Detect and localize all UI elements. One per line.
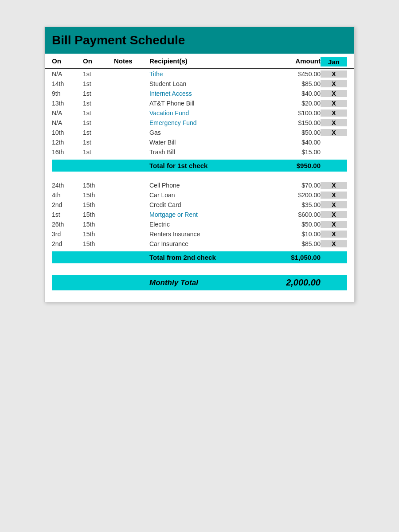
- cell-col5: $85.00: [263, 240, 321, 247]
- table-row: 2nd15thCredit Card$35.00X: [52, 200, 347, 210]
- cell-col6: X: [321, 90, 347, 97]
- cell-col2: 1st: [83, 119, 114, 126]
- cell-col2: 1st: [83, 139, 114, 146]
- cell-col4: AT&T Phone Bill: [149, 100, 263, 107]
- cell-col2: 15th: [83, 240, 114, 247]
- cell-col2: 15th: [83, 182, 114, 189]
- table-row: 2nd15thCar Insurance$85.00X: [52, 239, 347, 249]
- cell-col2: 1st: [83, 90, 114, 97]
- cell-col1: 26th: [52, 221, 83, 228]
- table-row: 10th1stGas$50.00X: [52, 128, 347, 137]
- cell-col6: X: [321, 221, 347, 228]
- section1: N/A1stTithe$450.00X14th1stStudent Loan$8…: [45, 69, 354, 157]
- table-row: 12th1stWater Bill$40.00: [52, 137, 347, 147]
- cell-col1: 13th: [52, 100, 83, 107]
- cell-col5: $600.00: [263, 211, 321, 218]
- total-amount: $1,050.00: [263, 254, 321, 261]
- cell-col2: 15th: [83, 231, 114, 238]
- cell-col2: 1st: [83, 80, 114, 87]
- page-title: Bill Payment Schedule: [52, 33, 347, 47]
- cell-col4: Car Loan: [149, 192, 263, 199]
- cell-col5: $85.00: [263, 80, 321, 87]
- cell-col4: Mortgage or Rent: [149, 211, 263, 218]
- table-row: 9th1stInternet Access$40.00X: [52, 89, 347, 98]
- section2: 24th15thCell Phone$70.00X4th15thCar Loan…: [45, 180, 354, 249]
- total-label: Total from 2nd check: [149, 254, 263, 261]
- cell-col4: Credit Card: [149, 201, 263, 208]
- table-row: 13th1stAT&T Phone Bill$20.00X: [52, 98, 347, 108]
- cell-col2: 1st: [83, 149, 114, 156]
- cell-col1: N/A: [52, 110, 83, 117]
- header-col1: On: [52, 57, 83, 66]
- cell-col6: X: [321, 100, 347, 107]
- cell-col2: 1st: [83, 70, 114, 78]
- table-row: 24th15thCell Phone$70.00X: [52, 180, 347, 190]
- cell-col2: 1st: [83, 110, 114, 117]
- cell-col5: $100.00: [263, 110, 321, 117]
- cell-col1: N/A: [52, 70, 83, 78]
- cell-col4: Car Insurance: [149, 240, 263, 247]
- table-row: N/A1stVacation Fund$100.00X: [52, 108, 347, 118]
- cell-col4: Cell Phone: [149, 182, 263, 189]
- cell-col6: X: [321, 192, 347, 199]
- header-col4: Recipient(s): [149, 57, 263, 66]
- cell-col5: $35.00: [263, 201, 321, 208]
- monthly-total-label: Monthly Total: [149, 278, 263, 287]
- header-row: On On Notes Recipient(s) Amount Jan: [45, 54, 354, 69]
- cell-col4: Electric: [149, 221, 263, 228]
- cell-col2: 15th: [83, 221, 114, 228]
- cell-col1: 3rd: [52, 231, 83, 238]
- monthly-total-wrapper: Monthly Total2,000.00: [45, 275, 354, 290]
- table-row: 3rd15thRenters Insurance$10.00X: [52, 229, 347, 239]
- cell-col1: 16th: [52, 149, 83, 156]
- cell-col5: $150.00: [263, 119, 321, 126]
- total-row: Total for 1st check$950.00: [52, 160, 347, 172]
- cell-col6: X: [321, 182, 347, 189]
- cell-col6: X: [321, 80, 347, 87]
- table-row: N/A1stEmergency Fund$150.00X: [52, 118, 347, 128]
- section2-total-wrapper: Total from 2nd check$1,050.00: [45, 251, 354, 263]
- header-col6: Jan: [321, 57, 347, 66]
- cell-col6: X: [321, 201, 347, 208]
- total-amount: $950.00: [263, 162, 321, 169]
- cell-col4: Student Loan: [149, 80, 263, 87]
- table-row: 16th1stTrash Bill$15.00: [52, 147, 347, 157]
- cell-col1: 4th: [52, 192, 83, 199]
- cell-col4: Tithe: [149, 70, 263, 78]
- cell-col5: $15.00: [263, 149, 321, 156]
- cell-col2: 1st: [83, 129, 114, 136]
- table-row: 4th15thCar Loan$200.00X: [52, 190, 347, 200]
- cell-col1: 14th: [52, 80, 83, 87]
- cell-col1: 2nd: [52, 240, 83, 247]
- table-row: 1st15thMortgage or Rent$600.00X: [52, 210, 347, 219]
- table-row: 14th1stStudent Loan$85.00X: [52, 79, 347, 89]
- cell-col6: X: [321, 211, 347, 218]
- cell-col1: 24th: [52, 182, 83, 189]
- cell-col4: Internet Access: [149, 90, 263, 97]
- cell-col6: X: [321, 119, 347, 126]
- cell-col6: X: [321, 110, 347, 117]
- cell-col1: N/A: [52, 119, 83, 126]
- cell-col4: Emergency Fund: [149, 119, 263, 126]
- cell-col4: Renters Insurance: [149, 231, 263, 238]
- cell-col1: 2nd: [52, 201, 83, 208]
- cell-col5: $450.00: [263, 70, 321, 78]
- cell-col5: $10.00: [263, 231, 321, 238]
- cell-col6: X: [321, 70, 347, 78]
- cell-col1: 10th: [52, 129, 83, 136]
- table-row: N/A1stTithe$450.00X: [52, 69, 347, 79]
- header-col2: On: [83, 57, 114, 66]
- header-col5: Amount: [263, 57, 321, 66]
- cell-col2: 15th: [83, 211, 114, 218]
- cell-col5: $70.00: [263, 182, 321, 189]
- total-row: Total from 2nd check$1,050.00: [52, 251, 347, 263]
- cell-col1: 1st: [52, 211, 83, 218]
- schedule-container: Bill Payment Schedule On On Notes Recipi…: [44, 27, 355, 302]
- section1-total-wrapper: Total for 1st check$950.00: [45, 160, 354, 172]
- cell-col1: 12th: [52, 139, 83, 146]
- total-label: Total for 1st check: [149, 162, 263, 169]
- table-row: 26th15thElectric$50.00X: [52, 219, 347, 229]
- title-bar: Bill Payment Schedule: [45, 27, 354, 54]
- cell-col5: $20.00: [263, 100, 321, 107]
- cell-col5: $40.00: [263, 139, 321, 146]
